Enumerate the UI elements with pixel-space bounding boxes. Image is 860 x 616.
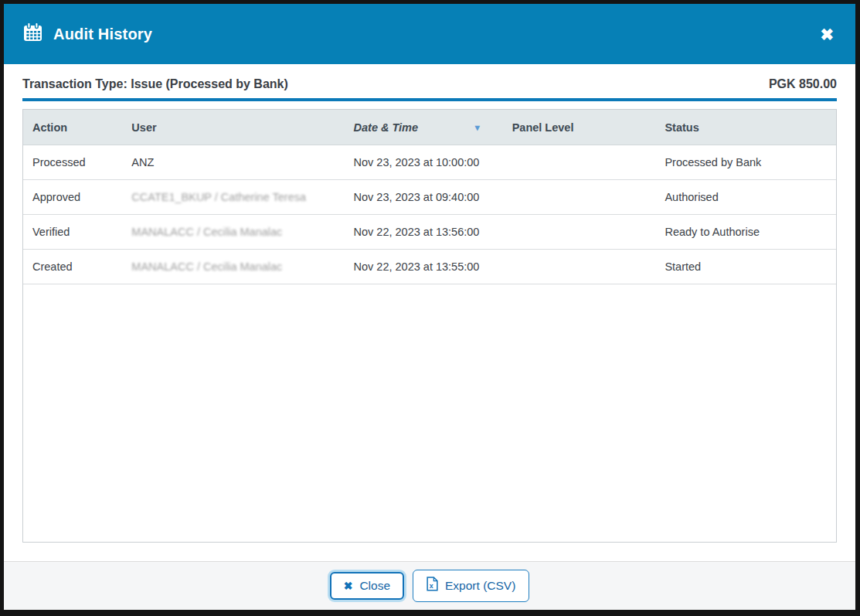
cell-user: MANALACC / Cecilia Manalac <box>122 215 344 250</box>
cell-action: Verified <box>23 215 122 250</box>
modal-title: Audit History <box>22 22 152 46</box>
redacted-user-text: CCATE1_BKUP / Catherine Teresa <box>131 191 306 203</box>
cell-datetime: Nov 22, 2023 at 13:56:00 <box>345 215 503 250</box>
modal-footer: ✖ Close x Export (CSV) <box>4 561 855 610</box>
redacted-user-text: MANALACC / Cecilia Manalac <box>131 226 282 238</box>
column-header-panel-level[interactable]: Panel Level <box>503 110 656 145</box>
close-button[interactable]: ✖ Close <box>330 572 404 601</box>
audit-table-container: Action User Date & Time ▾ Panel Level St… <box>22 109 837 543</box>
cell-status: Processed by Bank <box>655 145 836 180</box>
close-icon[interactable]: ✖ <box>820 26 834 43</box>
cell-action: Approved <box>23 180 122 215</box>
table-row: Created MANALACC / Cecilia Manalac Nov 2… <box>23 250 836 284</box>
column-header-datetime[interactable]: Date & Time ▾ <box>345 110 503 145</box>
cell-datetime: Nov 23, 2023 at 10:00:00 <box>345 145 503 180</box>
sort-caret-down-icon[interactable]: ▾ <box>475 123 480 132</box>
modal-header: Audit History ✖ <box>4 4 855 64</box>
export-csv-button[interactable]: x Export (CSV) <box>413 570 529 602</box>
audit-table: Action User Date & Time ▾ Panel Level St… <box>23 110 836 284</box>
column-header-user[interactable]: User <box>122 110 344 145</box>
column-header-status[interactable]: Status <box>655 110 836 145</box>
cell-user: ANZ <box>122 145 344 180</box>
svg-text:x: x <box>430 582 433 590</box>
export-button-label: Export (CSV) <box>445 579 515 594</box>
table-row: Processed ANZ Nov 23, 2023 at 10:00:00 P… <box>23 145 836 180</box>
summary-row: Transaction Type: Issue (Processed by Ba… <box>22 64 837 98</box>
transaction-type-label: Transaction Type: Issue (Processed by Ba… <box>22 77 288 91</box>
cell-datetime: Nov 23, 2023 at 09:40:00 <box>345 180 503 215</box>
column-header-action[interactable]: Action <box>23 110 122 145</box>
cell-status: Authorised <box>655 180 836 215</box>
column-header-datetime-label: Date & Time <box>354 121 419 134</box>
amount-value: PGK 850.00 <box>769 77 837 91</box>
cell-panel-level <box>503 145 656 180</box>
cell-panel-level <box>503 250 656 284</box>
modal-body: Transaction Type: Issue (Processed by Ba… <box>4 64 855 561</box>
cell-action: Processed <box>23 145 122 180</box>
redacted-user-text: MANALACC / Cecilia Manalac <box>131 260 282 273</box>
table-row: Verified MANALACC / Cecilia Manalac Nov … <box>23 215 836 250</box>
cell-panel-level <box>503 180 656 215</box>
modal-title-text: Audit History <box>53 26 152 43</box>
audit-history-modal: Audit History ✖ Transaction Type: Issue … <box>0 0 860 616</box>
cell-status: Ready to Authorise <box>655 215 836 250</box>
cell-action: Created <box>23 250 122 284</box>
cell-panel-level <box>503 215 656 250</box>
table-header-row: Action User Date & Time ▾ Panel Level St… <box>23 110 836 145</box>
accent-rule <box>22 98 837 101</box>
x-icon: ✖ <box>344 580 353 593</box>
calendar-icon <box>22 22 43 46</box>
cell-user: CCATE1_BKUP / Catherine Teresa <box>122 180 344 215</box>
close-button-label: Close <box>359 579 390 594</box>
cell-user: MANALACC / Cecilia Manalac <box>122 250 344 284</box>
table-row: Approved CCATE1_BKUP / Catherine Teresa … <box>23 180 836 215</box>
cell-datetime: Nov 22, 2023 at 13:55:00 <box>345 250 503 284</box>
cell-status: Started <box>655 250 836 284</box>
file-excel-icon: x <box>427 577 438 595</box>
